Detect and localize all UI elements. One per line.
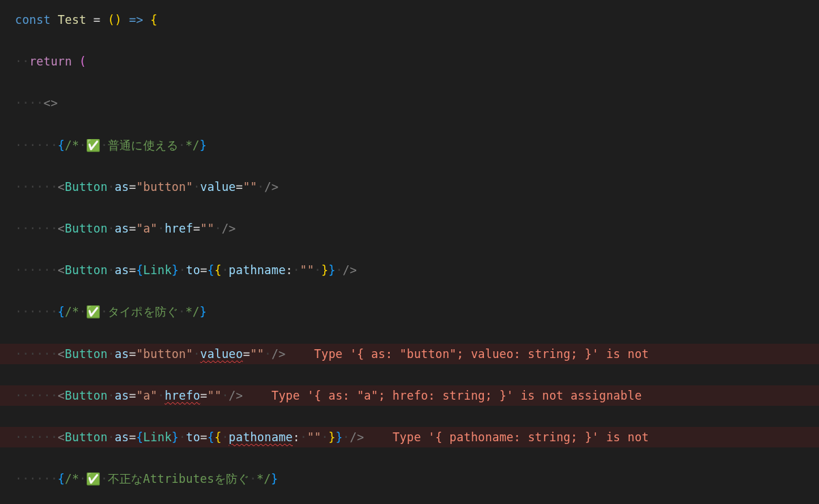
- code-line: ··return (: [0, 51, 819, 72]
- code-editor[interactable]: const Test = () => { ··return ( ····<> ·…: [0, 0, 819, 504]
- code-line: ······{/*·✅·普通に使える·*/}: [0, 135, 819, 156]
- error-message: Type '{ as: "a"; hrefo: string; }' is no…: [272, 389, 642, 402]
- code-line-error: ······<Button·as="button"·valueo=""·/> T…: [0, 344, 819, 365]
- code-line: ······<Button·as="a"·href=""·/>: [0, 218, 819, 239]
- code-line-error: ······<Button·as={Link}·to={{·pathoname:…: [0, 427, 819, 448]
- error-message: Type '{ as: "button"; valueo: string; }'…: [314, 347, 648, 361]
- code-line: ······{/*·✅·タイポを防ぐ·*/}: [0, 301, 819, 323]
- code-line: ····<>: [0, 93, 819, 114]
- code-line: ······<Button·as="button"·value=""·/>: [0, 177, 819, 198]
- code-line: ······<Button·as={Link}·to={{·pathname:·…: [0, 260, 819, 281]
- code-line-error: ······<Button·as="a"·hrefo=""·/> Type '{…: [0, 385, 819, 406]
- code-line: const Test = () => {: [0, 10, 819, 31]
- error-message: Type '{ pathoname: string; }' is not: [392, 430, 649, 444]
- code-line: ······{/*·✅·不正なAttributesを防ぐ·*/}: [0, 469, 819, 490]
